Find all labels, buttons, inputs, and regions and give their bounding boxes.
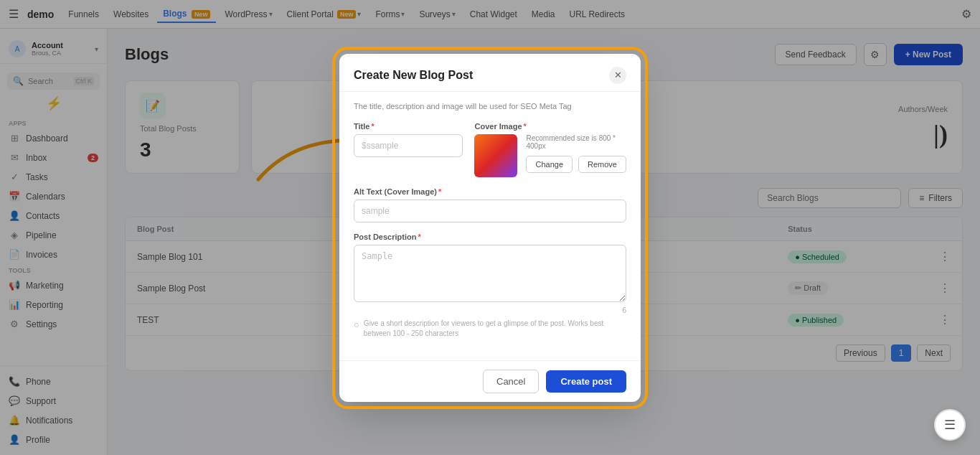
- post-desc-label: Post Description*: [354, 233, 626, 241]
- alt-text-section: Alt Text (Cover Image)*: [354, 187, 626, 222]
- modal-close-button[interactable]: ✕: [609, 67, 626, 84]
- cover-image-label: Cover Image*: [474, 122, 626, 131]
- chat-bubble-icon: ☰: [944, 417, 956, 433]
- change-image-button[interactable]: Change: [526, 156, 573, 173]
- cover-image-section: Recommended size is 800 * 400px Change R…: [474, 134, 626, 177]
- modal-top-row: Title* Cover Image* Recommended size: [354, 122, 626, 177]
- remove-image-button[interactable]: Remove: [578, 156, 626, 173]
- cover-rec-text: Recommended size is 800 * 400px: [526, 134, 626, 150]
- title-label: Title*: [354, 122, 463, 131]
- alt-text-input[interactable]: [354, 200, 626, 222]
- post-description-section: Post Description* 6: [354, 233, 626, 314]
- modal-title: Create New Blog Post: [354, 69, 473, 82]
- modal-overlay[interactable]: Create New Blog Post ✕ The title, descri…: [0, 0, 980, 455]
- create-post-button[interactable]: Create post: [546, 370, 626, 393]
- modal-subtitle: The title, description and image will be…: [354, 102, 626, 111]
- hint-text: Give a short description for viewers to …: [364, 319, 626, 339]
- hint-icon: ○: [354, 319, 359, 330]
- modal-body: The title, description and image will be…: [339, 92, 641, 360]
- cover-image-col: Cover Image* Recommended size is 800 * 4…: [474, 122, 626, 177]
- hint-row: ○ Give a short description for viewers t…: [354, 319, 626, 339]
- cancel-button[interactable]: Cancel: [483, 370, 539, 393]
- cover-thumbnail: [474, 134, 517, 177]
- create-blog-post-modal: Create New Blog Post ✕ The title, descri…: [339, 54, 641, 402]
- cover-actions: Change Remove: [526, 156, 626, 173]
- alt-text-label: Alt Text (Cover Image)*: [354, 187, 626, 196]
- cover-info: Recommended size is 800 * 400px Change R…: [526, 134, 626, 173]
- cover-thumb-inner: [474, 134, 517, 177]
- title-input[interactable]: [354, 134, 463, 157]
- post-desc-textarea[interactable]: [354, 245, 626, 302]
- chat-bubble-button[interactable]: ☰: [934, 409, 966, 441]
- modal-footer: Cancel Create post: [339, 360, 641, 402]
- title-col: Title*: [354, 122, 463, 177]
- modal-header: Create New Blog Post ✕: [339, 54, 641, 92]
- char-count: 6: [354, 306, 626, 314]
